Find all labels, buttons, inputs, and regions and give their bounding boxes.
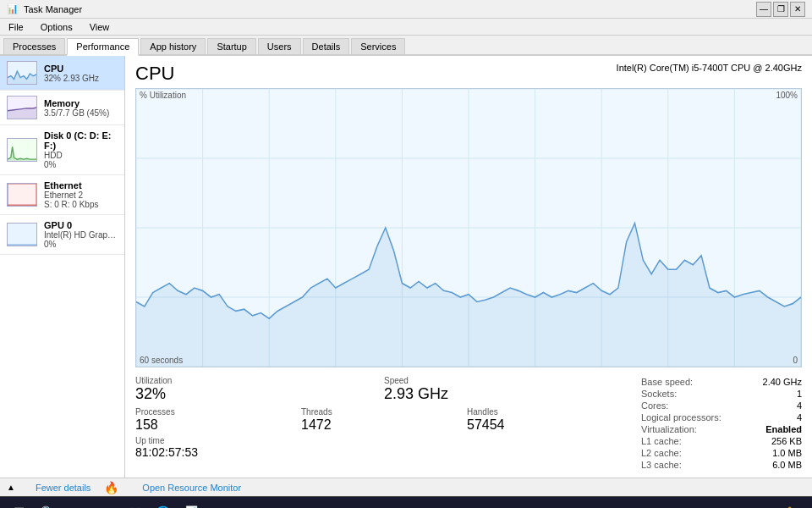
gpu-sidebar-name: GPU 0	[44, 220, 118, 230]
virtualization-value: Enabled	[765, 424, 802, 434]
virtualization-row: Virtualization: Enabled	[641, 423, 802, 435]
l2-cache-value: 1.0 MB	[772, 448, 802, 458]
title-bar: 📊 Task Manager — ❐ ✕	[0, 0, 812, 19]
minimize-button[interactable]: —	[756, 2, 771, 17]
tab-details[interactable]: Details	[303, 38, 350, 54]
processes-value: 158	[135, 417, 284, 433]
utilization-value: 32%	[135, 385, 367, 404]
ethernet-mini-chart	[7, 183, 37, 207]
speed-value: 2.93 GHz	[384, 385, 616, 404]
logical-processors-value: 4	[797, 412, 802, 422]
tab-services[interactable]: Services	[351, 38, 405, 54]
taskmanager-pinned[interactable]: 📊	[179, 500, 203, 509]
cpu-sidebar-detail: 32% 2.93 GHz	[44, 74, 118, 83]
ethernet-sidebar-info: Ethernet Ethernet 2 S: 0 R: 0 Kbps	[44, 180, 118, 209]
utilization-stat: Utilization 32%	[135, 376, 367, 404]
title-bar-controls: — ❐ ✕	[756, 2, 805, 17]
memory-mini-chart	[7, 96, 37, 119]
cores-label: Cores:	[641, 400, 668, 411]
right-stats: Base speed: 2.40 GHz Sockets: 1 Cores: 4…	[633, 376, 802, 471]
cores-value: 4	[797, 400, 802, 411]
memory-sidebar-name: Memory	[44, 98, 118, 108]
start-button[interactable]: ⊞	[7, 500, 30, 509]
gpu-sidebar-detail2: 0%	[44, 240, 118, 249]
threads-stat: Threads 1472	[301, 407, 450, 433]
menu-view[interactable]: View	[85, 20, 115, 34]
taskbar: ⊞ 🔍 ⧉ ◈ 📁 🌐 📊 ▲ ENG 3:29 PM 🔔 |	[0, 496, 812, 508]
fewer-details-link[interactable]: Fewer details	[36, 483, 91, 493]
menu-file[interactable]: File	[3, 20, 29, 34]
close-button[interactable]: ✕	[790, 2, 805, 17]
cpu-sidebar-info: CPU 32% 2.93 GHz	[44, 64, 118, 83]
threads-value: 1472	[301, 417, 450, 433]
sidebar-item-cpu[interactable]: CPU 32% 2.93 GHz	[0, 56, 124, 91]
tab-processes[interactable]: Processes	[3, 38, 65, 54]
l1-cache-value: 256 KB	[771, 436, 802, 446]
processes-label: Processes	[135, 407, 284, 417]
triangle-icon: ▲	[7, 483, 15, 492]
search-button[interactable]: 🔍	[36, 500, 59, 509]
title-bar-left: 📊 Task Manager	[7, 3, 82, 14]
l1-cache-label: L1 cache:	[641, 436, 682, 446]
disk-sidebar-detail1: HDD	[44, 151, 118, 160]
svg-rect-6	[8, 184, 36, 206]
l3-cache-row: L3 cache: 6.0 MB	[641, 459, 802, 471]
sidebar-item-ethernet[interactable]: Ethernet Ethernet 2 S: 0 R: 0 Kbps	[0, 175, 124, 215]
gpu-mini-chart	[7, 223, 37, 246]
cpu-header: CPU Intel(R) Core(TM) i5-7400T CPU @ 2.4…	[135, 63, 802, 85]
cpu-chart-svg	[136, 89, 801, 367]
processes-stat: Processes 158	[135, 407, 284, 433]
task-view-button[interactable]: ⧉	[64, 500, 88, 509]
cpu-model: Intel(R) Core(TM) i5-7400T CPU @ 2.40GHz	[617, 63, 802, 73]
app-title: Task Manager	[24, 4, 82, 14]
app-icon: 📊	[7, 3, 19, 14]
chrome-button[interactable]: 🌐	[151, 500, 174, 509]
sidebar-item-disk[interactable]: Disk 0 (C: D: E: F:) HDD 0%	[0, 125, 124, 175]
tab-users[interactable]: Users	[258, 38, 301, 54]
sidebar-item-gpu[interactable]: GPU 0 Intel(R) HD Graphi... 0%	[0, 215, 124, 255]
disk-sidebar-detail2: 0%	[44, 160, 118, 169]
bottom-left-stats: Utilization 32% Speed 2.93 GHz Processes…	[135, 376, 616, 471]
chart-label-min: 0	[793, 356, 798, 365]
utilization-label: Utilization	[135, 376, 367, 385]
sockets-row: Sockets: 1	[641, 388, 802, 400]
explorer-button[interactable]: 📁	[122, 500, 145, 509]
main-content: CPU 32% 2.93 GHz Memory 3.5/7.7 GB (45%)	[0, 56, 812, 478]
disk-sidebar-name: Disk 0 (C: D: E: F:)	[44, 130, 118, 151]
flame-icon: 🔥	[104, 481, 118, 494]
l2-cache-label: L2 cache:	[641, 448, 682, 458]
gpu-sidebar-detail1: Intel(R) HD Graphi...	[44, 230, 118, 240]
l1-cache-row: L1 cache: 256 KB	[641, 435, 802, 447]
chart-label-utilization: % Utilization	[140, 91, 186, 100]
bottom-bar: ▲ Fewer details 🔥 Open Resource Monitor	[0, 478, 812, 496]
threads-label: Threads	[301, 407, 450, 417]
tab-performance[interactable]: Performance	[67, 38, 139, 56]
svg-rect-9	[8, 224, 36, 246]
disk-mini-chart	[7, 138, 37, 162]
tab-app-history[interactable]: App history	[140, 38, 206, 54]
l3-cache-value: 6.0 MB	[772, 460, 802, 470]
cores-row: Cores: 4	[641, 400, 802, 411]
logical-processors-row: Logical processors: 4	[641, 411, 802, 423]
base-speed-label: Base speed:	[641, 377, 693, 387]
cpu-panel-title: CPU	[135, 63, 174, 85]
memory-sidebar-detail: 3.5/7.7 GB (45%)	[44, 108, 118, 118]
ethernet-sidebar-detail2: S: 0 R: 0 Kbps	[44, 200, 118, 209]
chart-label-max: 100%	[776, 91, 798, 100]
taskbar-left: ⊞ 🔍 ⧉ ◈ 📁 🌐 📊	[7, 500, 203, 509]
menu-options[interactable]: Options	[36, 20, 78, 34]
tab-startup[interactable]: Startup	[207, 38, 255, 54]
sockets-value: 1	[797, 389, 802, 399]
edge-button[interactable]: ◈	[93, 500, 117, 509]
open-resource-monitor-link[interactable]: Open Resource Monitor	[142, 483, 241, 493]
l2-cache-row: L2 cache: 1.0 MB	[641, 447, 802, 459]
base-speed-value: 2.40 GHz	[763, 377, 802, 387]
handles-stat: Handles 57454	[467, 407, 616, 433]
sidebar-item-memory[interactable]: Memory 3.5/7.7 GB (45%)	[0, 91, 124, 125]
maximize-button[interactable]: ❐	[773, 2, 788, 17]
memory-sidebar-info: Memory 3.5/7.7 GB (45%)	[44, 98, 118, 118]
handles-value: 57454	[467, 417, 616, 433]
sockets-label: Sockets:	[641, 389, 677, 399]
ethernet-sidebar-name: Ethernet	[44, 180, 118, 190]
disk-sidebar-info: Disk 0 (C: D: E: F:) HDD 0%	[44, 130, 118, 169]
